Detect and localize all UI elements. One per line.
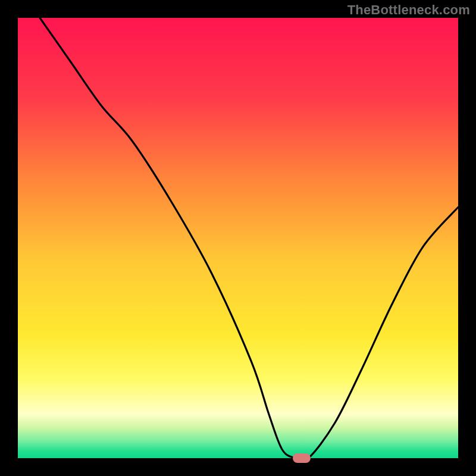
attribution-text: TheBottleneck.com	[347, 2, 470, 18]
chart-frame: TheBottleneck.com	[0, 0, 476, 476]
gradient-background	[18, 18, 458, 458]
optimal-marker	[293, 453, 311, 463]
plot-area	[18, 18, 458, 458]
heatmap-plot	[18, 18, 458, 458]
